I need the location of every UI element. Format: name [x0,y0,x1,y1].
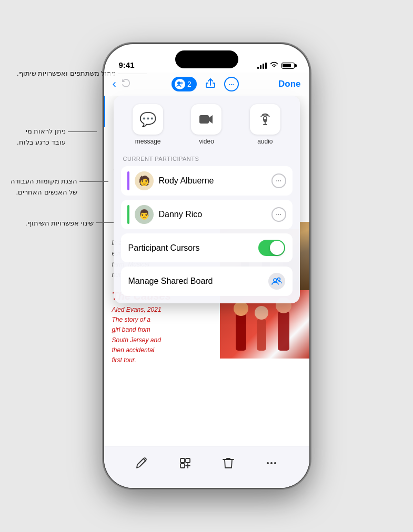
bottom-toolbar [104,446,309,488]
back-button[interactable]: ‹ [113,77,116,91]
dynamic-island [175,50,238,68]
nav-center: 2 ··· [172,77,239,91]
participant-cursors-label: Participant Cursors [128,243,200,253]
main-content: A in an clundmed european country farm. … [104,73,309,488]
participant-row-rody[interactable]: 🧑 Rody Albuerne ··· [121,166,293,196]
phone-frame: 9:41 ‹ [104,44,309,488]
svg-point-17 [274,279,277,282]
participant-more-danny[interactable]: ··· [271,207,286,222]
participant-cursors-row[interactable]: Participant Cursors [121,233,293,262]
share-button[interactable] [205,78,216,91]
svg-point-11 [255,306,268,320]
participant-indicator-danny [127,205,129,224]
collab-button[interactable]: 2 [172,77,197,91]
svg-rect-10 [257,319,266,351]
status-icons [257,62,295,69]
annotation-sharing-text: שינוי אפשרויות השיתוף. [25,218,94,229]
done-button[interactable]: Done [278,79,301,89]
participant-avatar-danny: 👨 [135,205,154,224]
share-option-audio[interactable]: audio [236,104,294,145]
share-option-message[interactable]: 💬 message [119,104,177,145]
svg-point-22 [267,462,269,464]
cursors-toggle[interactable] [258,240,285,256]
participant-name-rody: Rody Albuerne [159,176,271,186]
svg-point-24 [274,462,276,464]
annotation-line-2 [68,131,97,132]
audio-icon [250,104,280,135]
toggle-knob [270,241,284,255]
svg-point-0 [177,81,180,85]
participant-more-rody[interactable]: ··· [271,173,286,188]
red-subtitle: Aled Evans, 2021 The story of a girl ban… [112,305,162,365]
manage-shared-board-label: Manage Shared Board [128,277,213,286]
participant-avatar-rody: 🧑 [135,171,154,190]
message-label: message [135,138,161,145]
svg-point-18 [277,278,280,281]
participant-row-danny[interactable]: 👨 Danny Rico ··· [121,200,293,229]
more-dots: ··· [228,80,234,88]
svg-point-9 [234,301,248,316]
audio-label: audio [257,138,273,145]
indicator-line-top [104,96,105,127]
manage-shared-board-row[interactable]: Manage Shared Board [121,267,293,296]
undo-button[interactable] [120,77,132,91]
toolbar-more-button[interactable] [265,457,278,469]
share-panel: 💬 message video [114,96,300,303]
svg-rect-20 [186,458,190,463]
annotation-manage-text: ניהול משתתפים ואפשרויות שיתוף. [17,68,116,79]
participant-indicator-rody [127,171,129,190]
more-button[interactable]: ··· [224,77,239,91]
svg-point-1 [180,82,183,85]
annotation-cursors: הצגת מקומות העבודהשל האנשים האחרים. [11,176,108,198]
share-option-video[interactable]: video [177,104,236,145]
battery-icon [281,63,295,69]
participant-name-danny: Danny Rico [159,210,271,219]
svg-rect-12 [278,311,289,351]
collab-icon [175,79,185,89]
signal-icon [257,63,267,69]
participants-section: CURRENT PARTICIPANTS 🧑 Rody Albuerne ···… [114,151,300,229]
status-time: 9:41 [119,60,135,69]
wifi-icon [270,62,278,69]
message-icon: 💬 [133,104,163,135]
share-options-row: 💬 message video [114,96,300,151]
nav-left: ‹ [113,77,132,91]
annotation-participants-text: ניתן לראות מיעובד כרגע בלוח. [17,126,66,148]
svg-rect-21 [180,464,185,468]
collab-count: 2 [187,80,192,88]
delete-button[interactable] [223,457,234,469]
pen-tool-button[interactable] [135,457,148,469]
nav-bar: ‹ 2 [104,73,309,96]
svg-rect-19 [180,458,185,463]
participants-header: CURRENT PARTICIPANTS [121,151,293,166]
add-item-button[interactable] [179,457,192,469]
svg-point-23 [270,462,273,464]
annotation-cursors-text: הצגת מקומות העבודהשל האנשים האחרים. [11,176,77,198]
video-label: video [199,138,214,145]
manage-shared-board-icon [268,273,285,290]
svg-rect-14 [199,115,209,124]
annotation-participants: ניתן לראות מיעובד כרגע בלוח. [17,126,97,148]
video-icon [191,104,221,135]
svg-rect-8 [236,314,246,351]
